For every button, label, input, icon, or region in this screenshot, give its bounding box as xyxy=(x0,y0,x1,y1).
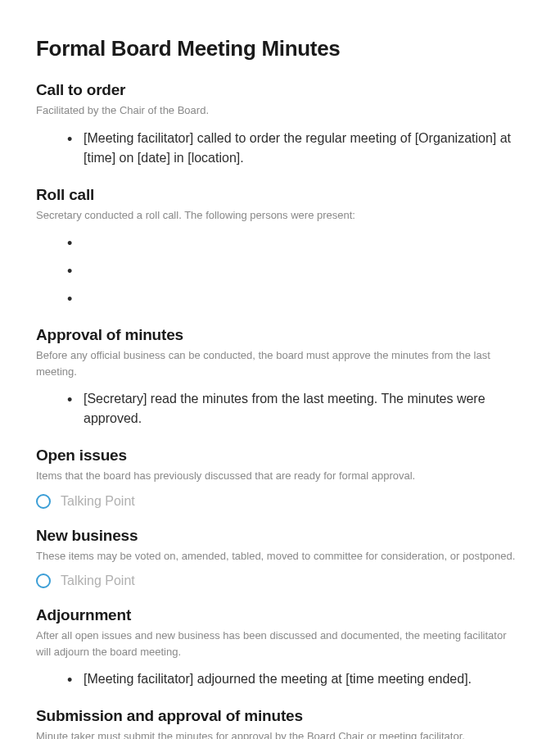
heading-roll-call: Roll call xyxy=(36,186,524,204)
heading-open-issues: Open issues xyxy=(36,447,524,465)
heading-adjournment: Adjournment xyxy=(36,606,524,624)
desc-open-issues: Items that the board has previously disc… xyxy=(36,468,524,484)
section-submission: Submission and approval of minutes Minut… xyxy=(36,707,524,739)
talking-point-label: Talking Point xyxy=(61,574,135,588)
heading-submission: Submission and approval of minutes xyxy=(36,707,524,725)
document-title: Formal Board Meeting Minutes xyxy=(36,36,524,61)
section-adjournment: Adjournment After all open issues and ne… xyxy=(36,606,524,689)
list-item xyxy=(67,233,524,252)
section-open-issues: Open issues Items that the board has pre… xyxy=(36,447,524,509)
section-call-to-order: Call to order Facilitated by the Chair o… xyxy=(36,81,524,168)
heading-approval: Approval of minutes xyxy=(36,326,524,344)
circle-icon xyxy=(36,574,51,588)
section-new-business: New business These items may be voted on… xyxy=(36,527,524,589)
talking-point-label: Talking Point xyxy=(61,494,135,509)
desc-new-business: These items may be voted on, amended, ta… xyxy=(36,548,524,564)
section-roll-call: Roll call Secretary conducted a roll cal… xyxy=(36,186,524,309)
list-roll-call xyxy=(36,233,524,308)
list-item xyxy=(67,261,524,280)
desc-roll-call: Secretary conducted a roll call. The fol… xyxy=(36,207,524,224)
circle-icon xyxy=(36,494,51,509)
talking-point-open-issues[interactable]: Talking Point xyxy=(36,494,524,509)
list-item: [Secretary] read the minutes from the la… xyxy=(67,389,524,428)
list-approval: [Secretary] read the minutes from the la… xyxy=(36,389,524,428)
desc-adjournment: After all open issues and new business h… xyxy=(36,628,524,660)
list-adjournment: [Meeting facilitator] adjourned the meet… xyxy=(36,669,524,689)
list-call-to-order: [Meeting facilitator] called to order th… xyxy=(36,129,524,168)
desc-call-to-order: Facilitated by the Chair of the Board. xyxy=(36,102,524,119)
list-item: [Meeting facilitator] called to order th… xyxy=(67,129,524,168)
heading-new-business: New business xyxy=(36,527,524,545)
desc-approval: Before any official business can be cond… xyxy=(36,347,524,379)
list-item: [Meeting facilitator] adjourned the meet… xyxy=(67,669,524,689)
section-approval: Approval of minutes Before any official … xyxy=(36,326,524,428)
desc-submission: Minute taker must submit the minutes for… xyxy=(36,728,524,739)
heading-call-to-order: Call to order xyxy=(36,81,524,99)
talking-point-new-business[interactable]: Talking Point xyxy=(36,574,524,588)
list-item xyxy=(67,288,524,308)
